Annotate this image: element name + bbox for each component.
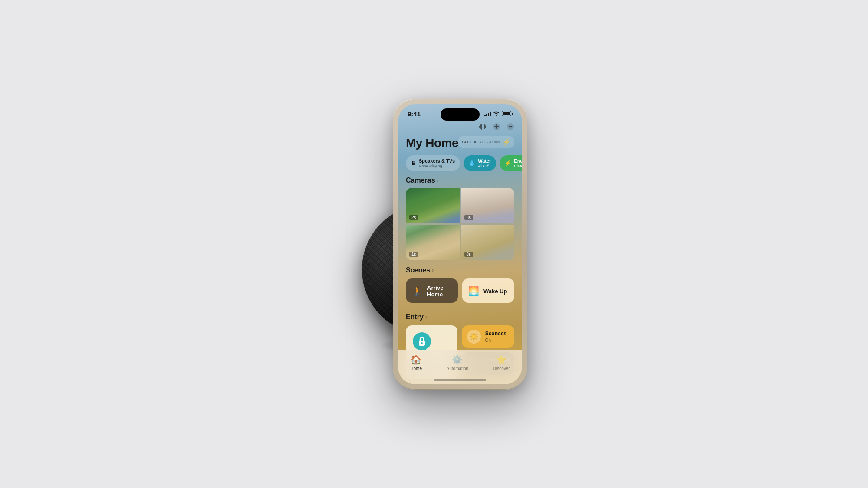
- title-area: My Home Grid Forecast Cleaner ⚡: [398, 135, 522, 154]
- tab-discover[interactable]: ⭐ Discover: [493, 354, 510, 371]
- wifi-icon: [493, 111, 500, 117]
- battery-fill: [503, 112, 510, 115]
- scene-wrapper: 9:41: [0, 0, 868, 488]
- status-bar: 9:41: [398, 104, 522, 119]
- svg-rect-1: [480, 124, 481, 129]
- scenes-title: Scenes: [406, 266, 430, 274]
- speakers-chip-icon: 🖥: [411, 160, 416, 166]
- cameras-title: Cameras: [406, 177, 435, 184]
- camera-overlay-1: 2s: [409, 213, 418, 221]
- home-indicator: [434, 379, 486, 381]
- camera-time-1: 2s: [409, 215, 418, 220]
- tab-home[interactable]: 🏠 Home: [410, 354, 422, 371]
- grid-forecast-sub: Cleaner: [487, 140, 500, 144]
- chip-speakers-text: Speakers & TVs None Playing: [419, 158, 455, 169]
- bar3: [488, 113, 489, 116]
- cameras-grid: 2s 3s 1s: [406, 188, 514, 260]
- camera-thumb-4[interactable]: 3s: [461, 225, 515, 260]
- entry-title: Entry: [406, 313, 424, 321]
- sconces-sub: On: [485, 337, 506, 343]
- chips-row: 🖥 Speakers & TVs None Playing 💧 Water Al…: [398, 154, 522, 177]
- svg-point-12: [421, 342, 423, 344]
- cameras-section-header[interactable]: Cameras ›: [398, 177, 522, 188]
- battery-body: [502, 111, 511, 116]
- more-icon[interactable]: [506, 123, 514, 133]
- cameras-chevron-icon: ›: [437, 177, 439, 183]
- home-tab-icon: 🏠: [411, 354, 421, 365]
- chip-water-sub: All Off: [478, 164, 491, 169]
- chip-speakers-sub: None Playing: [419, 164, 455, 169]
- waveform-icon[interactable]: [479, 123, 487, 132]
- status-icons: [484, 111, 513, 117]
- scene-wake-up[interactable]: 🌅 Wake Up: [462, 278, 514, 303]
- sconces-icon: [467, 330, 481, 344]
- chip-energy-label: Energy: [514, 158, 522, 164]
- signal-bars-icon: [484, 111, 491, 116]
- discover-tab-icon: ⭐: [496, 354, 507, 365]
- wake-up-label: Wake Up: [483, 288, 507, 295]
- camera-thumb-1[interactable]: 2s: [406, 188, 460, 223]
- iphone: 9:41: [393, 99, 527, 390]
- sconces-label: Sconces: [485, 331, 506, 337]
- lock-icon: [413, 332, 431, 350]
- battery-tip: [512, 113, 513, 115]
- camera-overlay-3: 1s: [409, 250, 418, 258]
- grid-forecast-label: Grid Forecast: [462, 140, 486, 144]
- chip-energy[interactable]: ⚡ Energy Cleaner: [500, 155, 522, 172]
- wake-up-icon: 🌅: [468, 286, 479, 296]
- iphone-frame: 9:41: [393, 99, 527, 390]
- svg-point-9: [510, 126, 511, 127]
- svg-point-13: [472, 334, 476, 339]
- home-tab-label: Home: [410, 366, 422, 371]
- arrive-home-icon: 🚶: [412, 286, 423, 296]
- scenes-grid: 🚶 Arrive Home 🌅 Wake Up: [406, 278, 514, 303]
- chip-water[interactable]: 💧 Water All Off: [464, 155, 496, 172]
- scenes-section: Scenes › 🚶 Arrive Home 🌅 Wake Up: [398, 266, 522, 308]
- status-time: 9:41: [408, 110, 421, 118]
- dynamic-island: [441, 108, 480, 121]
- camera-time-4: 3s: [464, 252, 473, 257]
- scenes-section-header[interactable]: Scenes ›: [406, 266, 514, 274]
- svg-point-10: [511, 126, 513, 127]
- water-chip-icon: 💧: [469, 160, 475, 166]
- bar1: [484, 115, 486, 116]
- automation-tab-label: Automation: [447, 366, 469, 371]
- app-header: [398, 119, 522, 135]
- add-icon[interactable]: [493, 123, 500, 133]
- entry-section-header[interactable]: Entry ›: [406, 313, 514, 321]
- iphone-screen: 9:41: [398, 104, 522, 384]
- sconces-text: Sconces On: [485, 331, 506, 343]
- chip-energy-sub: Cleaner: [514, 164, 522, 169]
- entry-chevron-icon: ›: [425, 314, 427, 320]
- camera-thumb-2[interactable]: 3s: [461, 188, 515, 223]
- chip-water-label: Water: [478, 158, 491, 164]
- bar2: [486, 114, 487, 116]
- chip-energy-text: Energy Cleaner: [514, 158, 522, 169]
- scene-arrive-home[interactable]: 🚶 Arrive Home: [406, 278, 458, 303]
- camera-time-3: 1s: [409, 252, 418, 257]
- bar4: [490, 112, 491, 116]
- svg-rect-4: [484, 124, 485, 129]
- svg-point-8: [509, 126, 510, 127]
- grid-forecast-widget[interactable]: Grid Forecast Cleaner ⚡: [458, 136, 514, 148]
- svg-rect-5: [485, 125, 486, 128]
- svg-rect-3: [483, 125, 483, 128]
- camera-time-2: 3s: [464, 215, 473, 220]
- tab-automation[interactable]: ⚙️ Automation: [447, 354, 469, 371]
- arrive-home-label: Arrive Home: [427, 285, 452, 298]
- chip-speakers-label: Speakers & TVs: [419, 158, 455, 164]
- camera-thumb-3[interactable]: 1s: [406, 225, 460, 260]
- discover-tab-label: Discover: [493, 366, 510, 371]
- battery-icon: [502, 111, 513, 116]
- chip-water-text: Water All Off: [478, 158, 491, 169]
- svg-rect-0: [479, 126, 480, 128]
- energy-chip-icon: ⚡: [505, 160, 511, 166]
- svg-rect-2: [481, 124, 482, 130]
- chip-speakers[interactable]: 🖥 Speakers & TVs None Playing: [406, 155, 460, 172]
- camera-overlay-2: 3s: [464, 213, 473, 221]
- automation-tab-icon: ⚙️: [452, 354, 463, 365]
- sconces-card[interactable]: Sconces On: [462, 325, 514, 348]
- lightning-icon: ⚡: [502, 138, 511, 146]
- scenes-chevron-icon: ›: [432, 267, 434, 273]
- camera-overlay-4: 3s: [464, 250, 473, 258]
